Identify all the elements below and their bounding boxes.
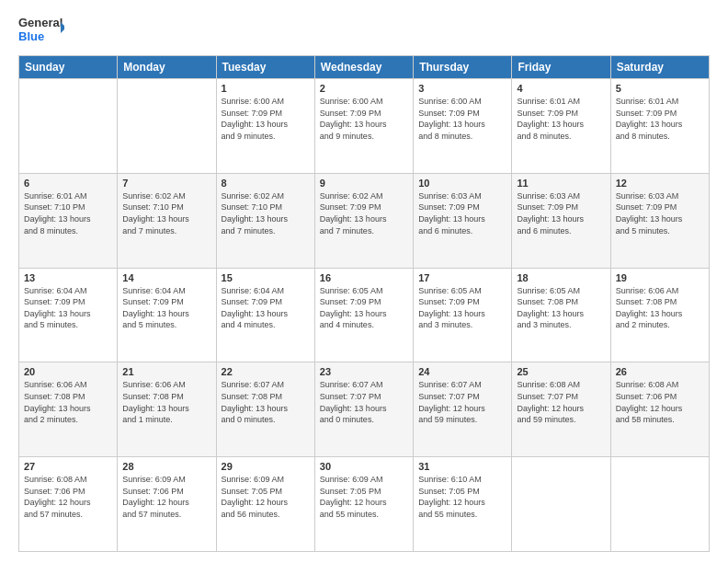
day-number: 5 — [616, 83, 704, 94]
day-info: Sunrise: 6:07 AM Sunset: 7:08 PM Dayligh… — [222, 379, 310, 425]
day-number: 30 — [320, 461, 408, 472]
day-info: Sunrise: 6:05 AM Sunset: 7:08 PM Dayligh… — [517, 285, 605, 331]
day-info: Sunrise: 6:07 AM Sunset: 7:07 PM Dayligh… — [418, 379, 506, 425]
calendar-cell — [512, 457, 610, 552]
day-number: 1 — [222, 83, 310, 94]
calendar-cell: 6Sunrise: 6:01 AM Sunset: 7:10 PM Daylig… — [19, 173, 118, 268]
day-number: 7 — [122, 178, 210, 189]
day-info: Sunrise: 6:04 AM Sunset: 7:09 PM Dayligh… — [122, 285, 210, 331]
calendar-cell: 7Sunrise: 6:02 AM Sunset: 7:10 PM Daylig… — [118, 173, 216, 268]
calendar-cell: 14Sunrise: 6:04 AM Sunset: 7:09 PM Dayli… — [118, 268, 216, 362]
day-info: Sunrise: 6:01 AM Sunset: 7:09 PM Dayligh… — [517, 96, 605, 142]
day-info: Sunrise: 6:09 AM Sunset: 7:06 PM Dayligh… — [122, 474, 210, 520]
day-number: 29 — [222, 461, 310, 472]
header-sunday: Sunday — [19, 56, 118, 79]
calendar-cell: 25Sunrise: 6:08 AM Sunset: 7:07 PM Dayli… — [512, 362, 610, 457]
calendar-cell: 8Sunrise: 6:02 AM Sunset: 7:10 PM Daylig… — [216, 173, 314, 268]
day-info: Sunrise: 6:03 AM Sunset: 7:09 PM Dayligh… — [418, 190, 506, 236]
day-number: 9 — [320, 178, 408, 189]
day-info: Sunrise: 6:03 AM Sunset: 7:09 PM Dayligh… — [517, 190, 605, 236]
calendar-cell: 3Sunrise: 6:00 AM Sunset: 7:09 PM Daylig… — [414, 79, 512, 174]
page: General Blue SundayMondayTuesdayWednesda… — [0, 0, 728, 563]
day-number: 19 — [616, 272, 704, 283]
day-number: 17 — [418, 272, 506, 283]
day-info: Sunrise: 6:00 AM Sunset: 7:09 PM Dayligh… — [320, 96, 408, 142]
day-number: 3 — [418, 83, 506, 94]
calendar-cell: 13Sunrise: 6:04 AM Sunset: 7:09 PM Dayli… — [19, 268, 118, 362]
day-number: 12 — [616, 178, 704, 189]
day-info: Sunrise: 6:06 AM Sunset: 7:08 PM Dayligh… — [122, 379, 210, 425]
day-info: Sunrise: 6:00 AM Sunset: 7:09 PM Dayligh… — [418, 96, 506, 142]
header-wednesday: Wednesday — [314, 56, 413, 79]
header-thursday: Thursday — [414, 56, 512, 79]
calendar-cell: 1Sunrise: 6:00 AM Sunset: 7:09 PM Daylig… — [216, 79, 314, 174]
day-number: 13 — [24, 272, 112, 283]
calendar-cell: 26Sunrise: 6:08 AM Sunset: 7:06 PM Dayli… — [610, 362, 709, 457]
day-info: Sunrise: 6:08 AM Sunset: 7:07 PM Dayligh… — [517, 379, 605, 425]
day-info: Sunrise: 6:03 AM Sunset: 7:09 PM Dayligh… — [616, 190, 704, 236]
calendar-cell: 15Sunrise: 6:04 AM Sunset: 7:09 PM Dayli… — [216, 268, 314, 362]
logo-svg: General Blue — [18, 15, 64, 48]
day-info: Sunrise: 6:06 AM Sunset: 7:08 PM Dayligh… — [616, 285, 704, 331]
day-info: Sunrise: 6:04 AM Sunset: 7:09 PM Dayligh… — [24, 285, 112, 331]
calendar-cell: 22Sunrise: 6:07 AM Sunset: 7:08 PM Dayli… — [216, 362, 314, 457]
day-number: 23 — [320, 366, 408, 377]
calendar-cell: 30Sunrise: 6:09 AM Sunset: 7:05 PM Dayli… — [314, 457, 413, 552]
calendar-cell: 24Sunrise: 6:07 AM Sunset: 7:07 PM Dayli… — [414, 362, 512, 457]
week-row-2: 6Sunrise: 6:01 AM Sunset: 7:10 PM Daylig… — [19, 173, 710, 268]
day-info: Sunrise: 6:07 AM Sunset: 7:07 PM Dayligh… — [320, 379, 408, 425]
calendar-cell: 10Sunrise: 6:03 AM Sunset: 7:09 PM Dayli… — [414, 173, 512, 268]
day-info: Sunrise: 6:05 AM Sunset: 7:09 PM Dayligh… — [320, 285, 408, 331]
day-number: 14 — [122, 272, 210, 283]
day-info: Sunrise: 6:02 AM Sunset: 7:10 PM Dayligh… — [122, 190, 210, 236]
calendar-cell: 18Sunrise: 6:05 AM Sunset: 7:08 PM Dayli… — [512, 268, 610, 362]
week-row-3: 13Sunrise: 6:04 AM Sunset: 7:09 PM Dayli… — [19, 268, 710, 362]
day-info: Sunrise: 6:02 AM Sunset: 7:10 PM Dayligh… — [222, 190, 310, 236]
day-info: Sunrise: 6:04 AM Sunset: 7:09 PM Dayligh… — [222, 285, 310, 331]
day-number: 10 — [418, 178, 506, 189]
day-number: 24 — [418, 366, 506, 377]
calendar-cell: 27Sunrise: 6:08 AM Sunset: 7:06 PM Dayli… — [19, 457, 118, 552]
calendar-cell: 17Sunrise: 6:05 AM Sunset: 7:09 PM Dayli… — [414, 268, 512, 362]
calendar-cell: 21Sunrise: 6:06 AM Sunset: 7:08 PM Dayli… — [118, 362, 216, 457]
calendar-cell — [118, 79, 216, 174]
calendar-cell — [19, 79, 118, 174]
calendar-cell: 2Sunrise: 6:00 AM Sunset: 7:09 PM Daylig… — [314, 79, 413, 174]
calendar-cell — [610, 457, 709, 552]
logo: General Blue — [18, 15, 64, 48]
calendar-cell: 31Sunrise: 6:10 AM Sunset: 7:05 PM Dayli… — [414, 457, 512, 552]
day-number: 11 — [517, 178, 605, 189]
day-info: Sunrise: 6:02 AM Sunset: 7:09 PM Dayligh… — [320, 190, 408, 236]
week-row-1: 1Sunrise: 6:00 AM Sunset: 7:09 PM Daylig… — [19, 79, 710, 174]
day-number: 31 — [418, 461, 506, 472]
header-monday: Monday — [118, 56, 216, 79]
day-info: Sunrise: 6:06 AM Sunset: 7:08 PM Dayligh… — [24, 379, 112, 425]
day-number: 18 — [517, 272, 605, 283]
day-number: 21 — [122, 366, 210, 377]
day-info: Sunrise: 6:01 AM Sunset: 7:10 PM Dayligh… — [24, 190, 112, 236]
day-number: 27 — [24, 461, 112, 472]
calendar-cell: 28Sunrise: 6:09 AM Sunset: 7:06 PM Dayli… — [118, 457, 216, 552]
day-info: Sunrise: 6:08 AM Sunset: 7:06 PM Dayligh… — [24, 474, 112, 520]
day-number: 16 — [320, 272, 408, 283]
day-info: Sunrise: 6:01 AM Sunset: 7:09 PM Dayligh… — [616, 96, 704, 142]
calendar-cell: 12Sunrise: 6:03 AM Sunset: 7:09 PM Dayli… — [610, 173, 709, 268]
day-number: 26 — [616, 366, 704, 377]
week-row-4: 20Sunrise: 6:06 AM Sunset: 7:08 PM Dayli… — [19, 362, 710, 457]
day-number: 28 — [122, 461, 210, 472]
header-saturday: Saturday — [610, 56, 709, 79]
header-friday: Friday — [512, 56, 610, 79]
calendar-cell: 16Sunrise: 6:05 AM Sunset: 7:09 PM Dayli… — [314, 268, 413, 362]
calendar-cell: 5Sunrise: 6:01 AM Sunset: 7:09 PM Daylig… — [610, 79, 709, 174]
day-info: Sunrise: 6:10 AM Sunset: 7:05 PM Dayligh… — [418, 474, 506, 520]
day-number: 25 — [517, 366, 605, 377]
day-info: Sunrise: 6:09 AM Sunset: 7:05 PM Dayligh… — [320, 474, 408, 520]
day-number: 8 — [222, 178, 310, 189]
day-info: Sunrise: 6:05 AM Sunset: 7:09 PM Dayligh… — [418, 285, 506, 331]
day-info: Sunrise: 6:09 AM Sunset: 7:05 PM Dayligh… — [222, 474, 310, 520]
day-number: 4 — [517, 83, 605, 94]
day-info: Sunrise: 6:00 AM Sunset: 7:09 PM Dayligh… — [222, 96, 310, 142]
calendar-cell: 23Sunrise: 6:07 AM Sunset: 7:07 PM Dayli… — [314, 362, 413, 457]
calendar-cell: 19Sunrise: 6:06 AM Sunset: 7:08 PM Dayli… — [610, 268, 709, 362]
day-info: Sunrise: 6:08 AM Sunset: 7:06 PM Dayligh… — [616, 379, 704, 425]
